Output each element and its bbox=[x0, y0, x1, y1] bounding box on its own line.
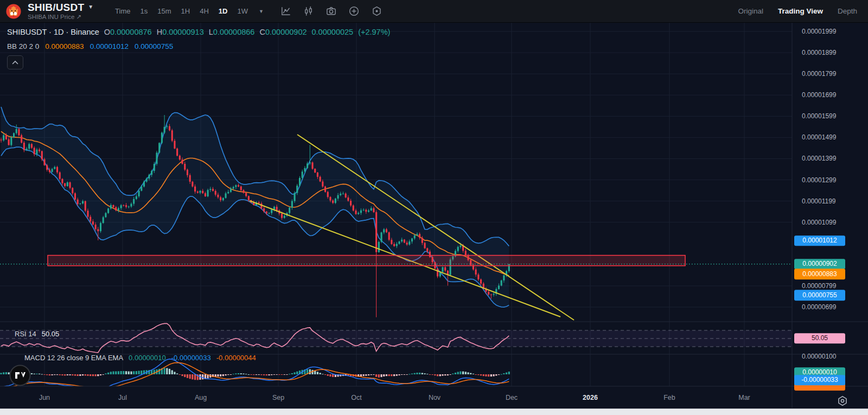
main-pane bbox=[0, 107, 574, 320]
timeframe-bar: Time 1s15m1H4H1D1W ▼ bbox=[115, 7, 264, 15]
rsi-pane bbox=[0, 323, 792, 353]
add-circle-icon[interactable] bbox=[348, 5, 360, 17]
view-mode-switch: OriginalTrading ViewDepth bbox=[738, 7, 857, 15]
macd-signal-line bbox=[1, 362, 509, 389]
time-label-2026[interactable]: 2026 bbox=[583, 394, 598, 401]
axis-badge--0.00000033[interactable]: -0.00000033 bbox=[794, 375, 845, 386]
timeframe-list: 1s15m1H4H1D1W bbox=[141, 7, 248, 15]
collapse-legend-button[interactable] bbox=[7, 55, 23, 69]
price-label-0.00001599: 0.00001599 bbox=[802, 112, 836, 120]
price-label-0.00000799: 0.00000799 bbox=[802, 282, 836, 290]
series-title[interactable]: SHIBUSDT · 1D · Binance bbox=[7, 28, 99, 36]
price-label-0.00001299: 0.00001299 bbox=[802, 176, 836, 184]
time-label-Jun[interactable]: Jun bbox=[39, 394, 50, 401]
macd-value-2: -0.00000044 bbox=[216, 354, 256, 362]
macd-indicator-legend[interactable]: MACD 12 26 close 9 EMA EMA 0.00000010-0.… bbox=[24, 354, 256, 362]
time-label-Sep[interactable]: Sep bbox=[272, 394, 284, 401]
time-label-Nov[interactable]: Nov bbox=[429, 394, 441, 401]
price-label-0.00001499: 0.00001499 bbox=[802, 133, 836, 141]
ohlc-L: L0.00000866 bbox=[209, 28, 255, 36]
ohlc-H: H0.00000913 bbox=[157, 28, 204, 36]
bb-indicator-legend[interactable]: BB 20 2 0 0.000008830.000010120.00000755 bbox=[7, 42, 173, 50]
timeframe-1H[interactable]: 1H bbox=[181, 7, 190, 15]
timeframe-more-caret-icon[interactable]: ▼ bbox=[259, 9, 264, 14]
tradingview-logo[interactable] bbox=[9, 365, 31, 386]
chevron-up-icon bbox=[12, 60, 18, 65]
time-label-Feb[interactable]: Feb bbox=[663, 394, 675, 401]
ohlc-values: O0.00000876H0.00000913L0.00000866C0.0000… bbox=[104, 28, 307, 36]
axis-badge-50.05[interactable]: 50.05 bbox=[794, 333, 845, 344]
price-label-0.00000699: 0.00000699 bbox=[802, 303, 836, 311]
ohlc-O: O0.00000876 bbox=[104, 28, 152, 36]
change-pct: (+2.97%) bbox=[358, 28, 390, 36]
time-label-Oct[interactable]: Oct bbox=[351, 394, 361, 401]
camera-icon[interactable] bbox=[326, 5, 337, 17]
time-label-Dec[interactable]: Dec bbox=[506, 394, 518, 401]
timeframe-1s[interactable]: 1s bbox=[141, 7, 148, 15]
external-link-icon: ↗ bbox=[76, 14, 81, 20]
timeframe-4H[interactable]: 4H bbox=[200, 7, 209, 15]
timeframe-1W[interactable]: 1W bbox=[237, 7, 248, 15]
topbar: SHIB/USDT ▼ SHIBA INU Price ↗ Time 1s15m… bbox=[0, 0, 868, 23]
rsi-indicator-legend[interactable]: RSI 14 50.05 bbox=[15, 330, 59, 338]
shib-logo[interactable] bbox=[6, 4, 21, 19]
chart-plot[interactable] bbox=[0, 0, 868, 415]
wedge-upper-trendline bbox=[297, 135, 574, 320]
axis-badge-0.00000755[interactable]: 0.00000755 bbox=[794, 290, 845, 301]
macd-values: 0.00000010-0.00000033-0.00000044 bbox=[129, 354, 256, 362]
timeframe-15m[interactable]: 15m bbox=[157, 7, 171, 15]
bottom-strip bbox=[0, 408, 868, 415]
tradingview-chart-app: SHIB/USDT ▼ SHIBA INU Price ↗ Time 1s15m… bbox=[0, 0, 868, 415]
macd-value-1: -0.00000033 bbox=[171, 354, 211, 362]
price-label-0.00001199: 0.00001199 bbox=[802, 197, 836, 205]
rsi-value: 50.05 bbox=[42, 330, 60, 338]
bb-band-fill bbox=[1, 107, 509, 307]
gear-dot-icon[interactable] bbox=[371, 5, 382, 17]
price-label-0.00001099: 0.00001099 bbox=[802, 219, 836, 226]
rsi-label[interactable]: RSI 14 bbox=[15, 330, 36, 338]
bb-label[interactable]: BB 20 2 0 bbox=[7, 42, 39, 50]
chart-style-icon[interactable] bbox=[280, 5, 291, 17]
bb-value-2: 0.00000755 bbox=[135, 42, 173, 50]
change-abs: 0.00000025 bbox=[312, 28, 354, 36]
price-label-0.00001799: 0.00001799 bbox=[802, 70, 836, 78]
price-label-0.00001999: 0.00001999 bbox=[802, 28, 836, 35]
timeframe-label: Time bbox=[115, 7, 130, 15]
symbol-subtitle[interactable]: SHIBA INU Price ↗ bbox=[28, 14, 93, 21]
timeframe-1D[interactable]: 1D bbox=[219, 7, 228, 15]
price-label-0.00000100: 0.00000100 bbox=[802, 353, 836, 360]
chart-toolbar-icons bbox=[280, 5, 382, 17]
bb-value-0: 0.00000883 bbox=[45, 42, 84, 50]
axis-settings-gear-icon[interactable] bbox=[836, 394, 849, 407]
time-label-Aug[interactable]: Aug bbox=[195, 394, 207, 401]
time-label-Jul[interactable]: Jul bbox=[118, 394, 127, 401]
main-series-legend[interactable]: SHIBUSDT · 1D · Binance O0.00000876H0.00… bbox=[7, 28, 390, 36]
candles-compare-icon[interactable] bbox=[303, 5, 314, 17]
macd-label[interactable]: MACD 12 26 close 9 EMA EMA bbox=[24, 354, 123, 362]
price-label-0.00001399: 0.00001399 bbox=[802, 155, 836, 162]
bb-values: 0.000008830.000010120.00000755 bbox=[45, 42, 173, 50]
view-mode-trading-view[interactable]: Trading View bbox=[778, 7, 823, 15]
bb-value-1: 0.00001012 bbox=[90, 42, 129, 50]
ohlc-C: C0.00000902 bbox=[259, 28, 307, 36]
symbol-dropdown-caret-icon[interactable]: ▼ bbox=[88, 4, 93, 10]
price-label-0.00001899: 0.00001899 bbox=[802, 49, 836, 56]
price-label-0.00001699: 0.00001699 bbox=[802, 91, 836, 99]
time-label-Mar[interactable]: Mar bbox=[738, 394, 750, 401]
symbol-title-block[interactable]: SHIB/USDT ▼ SHIBA INU Price ↗ bbox=[28, 2, 93, 21]
view-mode-depth[interactable]: Depth bbox=[838, 7, 857, 15]
symbol-title[interactable]: SHIB/USDT bbox=[28, 2, 84, 12]
axis-badge-0.00001012[interactable]: 0.00001012 bbox=[794, 235, 845, 246]
axis-badge-0.00000883[interactable]: 0.00000883 bbox=[794, 269, 845, 279]
view-mode-original[interactable]: Original bbox=[738, 7, 763, 15]
macd-value-0: 0.00000010 bbox=[129, 354, 166, 362]
axis-badge-0.00000902[interactable]: 0.00000902 bbox=[794, 259, 845, 270]
